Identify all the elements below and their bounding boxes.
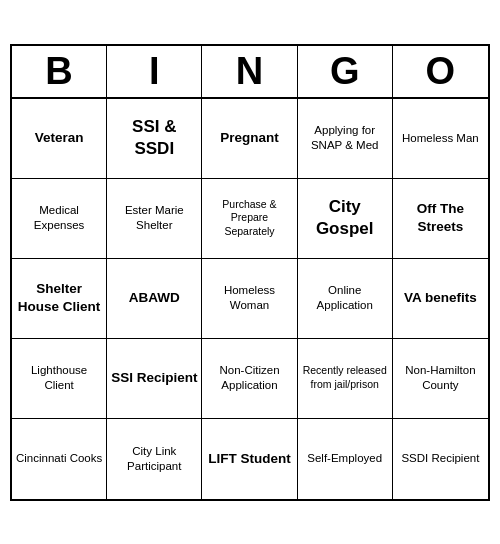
bingo-cell-16: SSI Recipient — [107, 339, 202, 419]
bingo-cell-6: Ester Marie Shelter — [107, 179, 202, 259]
bingo-letter-o: O — [393, 46, 488, 97]
bingo-cell-11: ABAWD — [107, 259, 202, 339]
bingo-cell-24: SSDI Recipient — [393, 419, 488, 499]
bingo-cell-17: Non-Citizen Application — [202, 339, 297, 419]
bingo-cell-19: Non-Hamilton County — [393, 339, 488, 419]
bingo-cell-10: Shelter House Client — [12, 259, 107, 339]
bingo-cell-5: Medical Expenses — [12, 179, 107, 259]
bingo-cell-3: Applying for SNAP & Med — [298, 99, 393, 179]
bingo-cell-12: Homeless Woman — [202, 259, 297, 339]
bingo-header: BINGO — [12, 46, 488, 99]
bingo-cell-20: Cincinnati Cooks — [12, 419, 107, 499]
bingo-grid: VeteranSSI & SSDIPregnantApplying for SN… — [12, 99, 488, 499]
bingo-cell-15: Lighthouse Client — [12, 339, 107, 419]
bingo-cell-14: VA benefits — [393, 259, 488, 339]
bingo-card: BINGO VeteranSSI & SSDIPregnantApplying … — [10, 44, 490, 501]
bingo-cell-1: SSI & SSDI — [107, 99, 202, 179]
bingo-letter-b: B — [12, 46, 107, 97]
bingo-cell-13: Online Application — [298, 259, 393, 339]
bingo-letter-i: I — [107, 46, 202, 97]
bingo-cell-0: Veteran — [12, 99, 107, 179]
bingo-cell-9: Off The Streets — [393, 179, 488, 259]
bingo-letter-n: N — [202, 46, 297, 97]
bingo-cell-7: Purchase & Prepare Separately — [202, 179, 297, 259]
bingo-cell-21: City Link Participant — [107, 419, 202, 499]
bingo-cell-18: Recently released from jail/prison — [298, 339, 393, 419]
bingo-cell-22: LIFT Student — [202, 419, 297, 499]
bingo-cell-2: Pregnant — [202, 99, 297, 179]
bingo-cell-4: Homeless Man — [393, 99, 488, 179]
bingo-letter-g: G — [298, 46, 393, 97]
bingo-cell-23: Self-Employed — [298, 419, 393, 499]
bingo-cell-8: City Gospel — [298, 179, 393, 259]
